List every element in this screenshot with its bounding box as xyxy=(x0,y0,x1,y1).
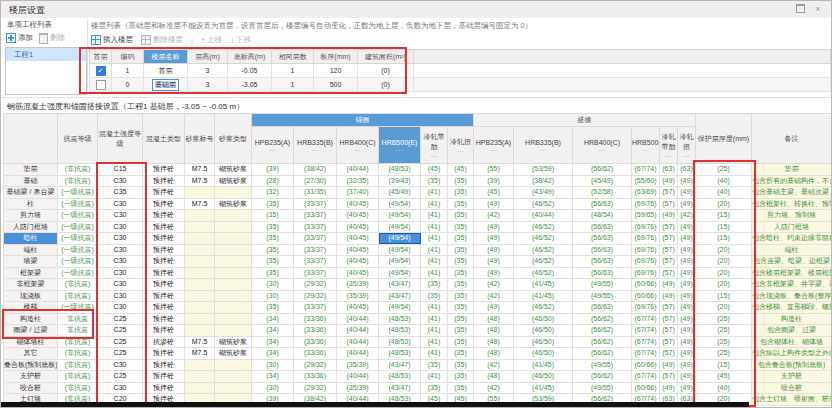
anchor-value-cell[interactable]: (40/45) xyxy=(337,267,379,279)
expand-dots-icon[interactable]: … xyxy=(294,146,336,152)
anchor-value-cell[interactable]: (41) xyxy=(421,348,448,360)
lap-value-cell[interactable]: (67/74) xyxy=(632,313,660,325)
anchor-value-cell[interactable]: (40/44) xyxy=(337,313,379,325)
seismic-grade-cell[interactable]: (非抗震) xyxy=(58,175,98,187)
rebar-column-header[interactable]: HPB235(A)… xyxy=(252,127,294,164)
seismic-grade-cell[interactable]: (一级抗震) xyxy=(58,302,98,314)
rebar-column-header[interactable]: 冷轧带肋… xyxy=(660,127,678,164)
cover-thickness-cell[interactable]: (15) xyxy=(696,359,752,371)
floor-name-cell[interactable]: 基础层 xyxy=(144,78,188,92)
building-area-cell[interactable]: (0) xyxy=(358,64,414,78)
anchor-value-cell[interactable]: (45) xyxy=(421,164,448,176)
expand-dots-icon[interactable]: … xyxy=(252,146,293,152)
lap-value-cell[interactable]: (49) xyxy=(474,233,514,245)
lap-value-cell[interactable]: (56/63) xyxy=(573,256,632,268)
mortar-type-cell[interactable] xyxy=(215,290,252,302)
mortar-type-cell[interactable] xyxy=(215,371,252,383)
mortar-grade-cell[interactable] xyxy=(185,313,215,325)
member-row-label[interactable]: 端柱 xyxy=(4,244,58,256)
concrete-grade-cell[interactable]: C25 xyxy=(98,313,143,325)
anchor-value-cell[interactable]: (41) xyxy=(421,233,448,245)
lap-value-cell[interactable]: (56/63) xyxy=(573,302,632,314)
concrete-grade-cell[interactable]: C30 xyxy=(98,175,143,187)
mortar-type-cell[interactable] xyxy=(215,359,252,371)
lap-value-cell[interactable]: (56/63) xyxy=(573,221,632,233)
lap-value-cell[interactable]: (43/49) xyxy=(514,187,573,199)
concrete-type-cell[interactable]: 预拌砼 xyxy=(143,210,185,222)
floor-code-cell[interactable]: 0 xyxy=(112,78,144,92)
expand-dots-icon[interactable]: … xyxy=(337,146,378,152)
anchor-value-cell[interactable]: (32/35) xyxy=(337,175,379,187)
lap-value-cell[interactable]: (48) xyxy=(474,336,514,348)
lap-value-cell[interactable]: (49) xyxy=(660,279,678,291)
lap-value-cell[interactable]: (49) xyxy=(678,221,696,233)
lap-value-cell[interactable]: (42) xyxy=(474,290,514,302)
lap-value-cell[interactable]: (52/58) xyxy=(573,187,632,199)
expand-dots-icon[interactable]: … xyxy=(514,146,572,152)
anchor-value-cell[interactable]: (41) xyxy=(421,221,448,233)
mortar-grade-cell[interactable] xyxy=(185,210,215,222)
lap-value-cell[interactable]: (55) xyxy=(474,164,514,176)
anchor-value-cell[interactable]: (49/54) xyxy=(379,267,421,279)
anchor-value-cell[interactable]: (29/32) xyxy=(294,279,337,291)
move-up-button[interactable]: ↑上移 xyxy=(201,35,222,45)
anchor-value-cell[interactable]: (28) xyxy=(252,175,294,187)
lap-value-cell[interactable]: (49/55) xyxy=(573,290,632,302)
member-row-label[interactable]: 砌体墙柱 xyxy=(4,336,58,348)
anchor-value-cell[interactable]: (33/36) xyxy=(294,348,337,360)
anchor-value-cell[interactable]: (27/30) xyxy=(294,175,337,187)
anchor-value-cell[interactable]: (35) xyxy=(448,336,474,348)
anchor-value-cell[interactable]: (29/32) xyxy=(294,290,337,302)
seismic-grade-cell[interactable]: (一级抗震) xyxy=(58,267,98,279)
lap-value-cell[interactable]: (49) xyxy=(678,244,696,256)
anchor-value-cell[interactable]: (33/37) xyxy=(294,233,337,245)
anchor-value-cell[interactable]: (33/37) xyxy=(294,256,337,268)
anchor-value-cell[interactable]: (49/54) xyxy=(379,302,421,314)
concrete-grade-cell[interactable]: C30 xyxy=(98,279,143,291)
seismic-grade-cell[interactable]: (非抗震) xyxy=(58,336,98,348)
seismic-grade-cell[interactable]: (非抗震) xyxy=(58,371,98,383)
lap-value-cell[interactable]: (41/45) xyxy=(514,279,573,291)
anchor-value-cell[interactable]: (33/36) xyxy=(294,313,337,325)
mortar-grade-cell[interactable] xyxy=(185,256,215,268)
cover-thickness-cell[interactable]: (25) xyxy=(696,325,752,337)
lap-value-cell[interactable]: (46/50) xyxy=(514,336,573,348)
building-area-cell[interactable]: (0) xyxy=(358,78,414,92)
anchor-value-cell[interactable]: (35) xyxy=(448,244,474,256)
lap-value-cell[interactable]: (67/74) xyxy=(632,164,660,176)
member-row-label[interactable]: 圈梁 / 过梁 xyxy=(4,325,58,337)
seismic-grade-cell[interactable]: (一级抗震) xyxy=(58,187,98,199)
lap-value-cell[interactable]: (69/76) xyxy=(632,233,660,245)
mortar-type-cell[interactable] xyxy=(215,325,252,337)
rebar-column-header[interactable]: 冷轧扭… xyxy=(678,127,696,164)
floor-height-cell[interactable]: 3 xyxy=(188,78,228,92)
anchor-value-cell[interactable]: (35) xyxy=(421,290,448,302)
anchor-value-cell[interactable]: (40/45) xyxy=(337,210,379,222)
anchor-value-cell[interactable]: (35) xyxy=(252,244,294,256)
lap-value-cell[interactable]: (57) xyxy=(660,348,678,360)
anchor-value-cell[interactable]: (49/54) xyxy=(379,256,421,268)
anchor-value-cell[interactable]: (29/32) xyxy=(294,382,337,394)
concrete-type-cell[interactable]: 预拌砼 xyxy=(143,371,185,383)
member-row-label[interactable]: 叠合板(预制底板) xyxy=(4,359,58,371)
member-row-label[interactable]: 基础梁 / 承台梁 xyxy=(4,187,58,199)
lap-value-cell[interactable]: (42) xyxy=(474,359,514,371)
mortar-type-cell[interactable] xyxy=(215,256,252,268)
lap-value-cell[interactable]: (57) xyxy=(660,198,678,210)
mortar-type-cell[interactable] xyxy=(215,313,252,325)
anchor-value-cell[interactable]: (30) xyxy=(252,290,294,302)
member-row-label[interactable]: 基础 xyxy=(4,175,58,187)
lap-value-cell[interactable]: (60/66) xyxy=(632,382,660,394)
anchor-value-cell[interactable]: (32) xyxy=(252,187,294,199)
lap-value-cell[interactable]: (69/76) xyxy=(632,302,660,314)
anchor-value-cell[interactable]: (33/37) xyxy=(294,210,337,222)
mortar-grade-cell[interactable] xyxy=(185,244,215,256)
seismic-grade-cell[interactable]: (一级抗震) xyxy=(58,198,98,210)
lap-value-cell[interactable]: (49) xyxy=(678,279,696,291)
anchor-value-cell[interactable]: (48/53) xyxy=(379,348,421,360)
lap-value-cell[interactable]: (46/52) xyxy=(514,221,573,233)
lap-value-cell[interactable]: (56/62) xyxy=(573,164,632,176)
cover-thickness-cell[interactable]: (15) xyxy=(696,210,752,222)
lap-value-cell[interactable]: (57) xyxy=(660,267,678,279)
concrete-grade-cell[interactable]: C30 xyxy=(98,290,143,302)
